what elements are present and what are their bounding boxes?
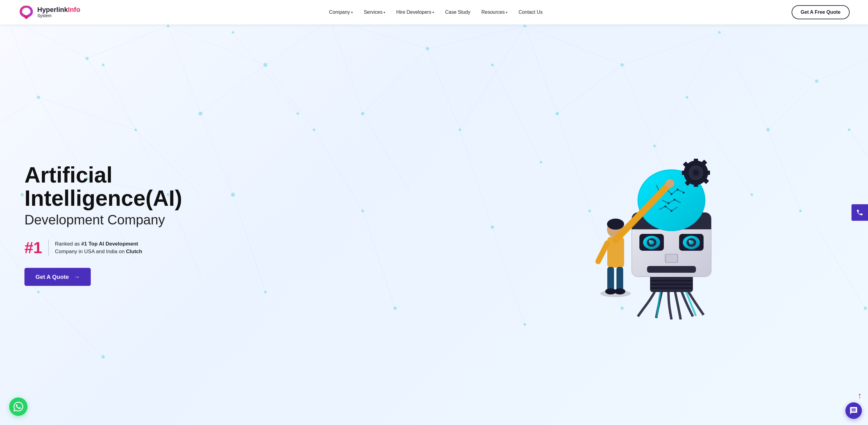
svg-line-4 [265,20,330,65]
nav-item-contact[interactable]: Contact Us [518,9,542,15]
svg-point-59 [524,25,526,27]
svg-line-11 [6,16,38,97]
svg-line-17 [330,20,363,114]
svg-rect-132 [706,171,710,175]
svg-point-58 [426,47,429,51]
svg-point-54 [85,57,89,60]
phone-sidebar-button[interactable] [851,204,868,221]
nav-hire-link[interactable]: Hire Developers ▾ [396,9,434,15]
nav-case-study-link[interactable]: Case Study [445,9,470,15]
scroll-top-button[interactable]: ↑ [858,391,862,400]
svg-point-120 [671,193,672,195]
svg-point-161 [600,290,631,297]
chat-button[interactable] [845,402,862,419]
svg-line-9 [719,32,817,81]
svg-line-14 [168,26,200,114]
logo-system: System [37,13,81,18]
nav-item-resources[interactable]: Resources ▾ [482,9,507,15]
svg-rect-102 [650,287,693,289]
nav-item-services[interactable]: Services ▾ [364,9,385,15]
hero-section: Artificial Intelligence(AI) Development … [0,0,868,425]
gear-decoration [682,159,710,187]
hero-cta-button[interactable]: Get A Quote → [25,268,91,286]
svg-line-22 [557,65,622,114]
svg-point-91 [491,64,494,66]
nav-resources-link[interactable]: Resources ▾ [482,9,507,15]
svg-rect-133 [682,171,686,175]
svg-line-18 [363,49,428,114]
svg-line-6 [428,26,525,49]
whatsapp-icon [13,402,23,412]
navbar: HyperlinkInfo System Company ▾ Services … [0,0,868,25]
svg-point-84 [101,355,105,359]
chevron-down-icon: ▾ [506,11,507,14]
nav-contact-link[interactable]: Contact Us [518,9,542,15]
rank-text: Ranked as #1 Top AI Development Company … [55,240,142,255]
svg-point-56 [264,63,268,67]
hero-right [499,130,843,320]
svg-line-10 [817,49,868,81]
nav-links: Company ▾ Services ▾ Hire Developers ▾ C… [329,9,543,15]
rank-number: #1 [25,240,49,255]
phone-icon [856,209,863,216]
svg-point-125 [664,206,666,207]
nav-item-hire-developers[interactable]: Hire Developers ▾ [396,9,434,15]
svg-point-153 [607,219,624,230]
svg-rect-101 [650,283,693,285]
whatsapp-button[interactable] [9,397,28,416]
svg-rect-158 [617,267,623,292]
svg-rect-149 [666,255,677,262]
svg-rect-157 [607,267,614,292]
svg-rect-100 [650,280,693,282]
svg-rect-131 [694,183,698,187]
nav-services-link[interactable]: Services ▾ [364,9,385,15]
svg-point-121 [677,189,679,190]
logo-icon [18,4,34,20]
chevron-down-icon: ▾ [351,11,353,14]
nav-item-company[interactable]: Company ▾ [329,9,353,15]
nav-get-free-quote-button[interactable]: Get A Free Quote [792,5,850,19]
svg-point-0 [24,9,28,14]
svg-rect-150 [647,266,696,273]
svg-point-129 [693,170,699,176]
logo-text: HyperlinkInfo System [37,6,81,18]
hero-subtitle: Development Company [25,212,475,227]
svg-line-2 [87,26,168,58]
svg-point-55 [167,25,169,27]
chevron-down-icon: ▾ [383,11,385,14]
svg-point-142 [649,240,651,242]
svg-point-123 [668,203,669,204]
svg-point-61 [718,31,720,34]
hero-title: Artificial Intelligence(AI) [25,163,475,210]
hero-left: Artificial Intelligence(AI) Development … [25,163,475,286]
svg-point-122 [683,192,685,193]
svg-line-15 [200,65,265,114]
svg-point-60 [620,63,624,67]
logo-hyper: HyperlinkInfo [37,6,81,13]
svg-line-7 [525,26,622,65]
svg-point-62 [815,80,818,83]
arrow-icon: → [74,273,80,280]
nav-item-case-study[interactable]: Case Study [445,9,470,15]
svg-point-124 [674,199,676,201]
svg-point-63 [37,96,40,99]
svg-rect-130 [694,159,698,163]
svg-point-89 [102,64,104,66]
svg-line-3 [168,26,265,65]
ranked-row: #1 Ranked as #1 Top AI Development Compa… [25,240,475,255]
svg-line-47 [233,32,298,114]
svg-line-21 [525,26,557,114]
svg-point-92 [685,96,688,98]
robot-illustration [583,130,760,320]
hero-content: Artificial Intelligence(AI) Development … [0,112,868,338]
logo-link[interactable]: HyperlinkInfo System [18,4,81,20]
chevron-down-icon: ▾ [432,11,434,14]
chat-icon [849,406,858,415]
nav-company-link[interactable]: Company ▾ [329,9,353,15]
svg-point-126 [671,210,672,212]
svg-point-155 [666,179,674,188]
svg-line-8 [622,32,719,65]
svg-point-147 [689,240,690,242]
svg-line-156 [598,243,607,262]
svg-point-90 [232,31,234,34]
